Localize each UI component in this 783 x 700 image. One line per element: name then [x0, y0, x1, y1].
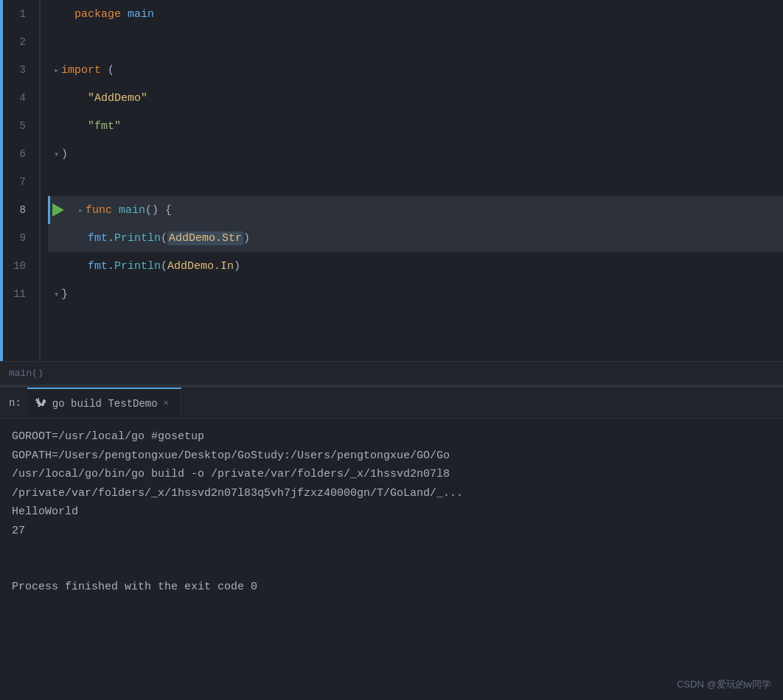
code-token: Println [114, 260, 161, 273]
code-token: func [86, 204, 112, 217]
line-number: 2 [0, 28, 32, 56]
line-number: 7 [0, 168, 32, 196]
terminal-line: HelloWorld [12, 503, 771, 522]
line-number: 4 [0, 84, 32, 112]
terminal-tab-bar: n: 🐿 go build TestDemo × [0, 388, 783, 419]
code-line: "AddDemo" [48, 84, 783, 112]
code-token: "AddDemo" [88, 92, 147, 105]
line-number: 8 [0, 196, 32, 224]
fold-icon[interactable]: ▾ [48, 148, 60, 160]
code-token: ) [234, 260, 240, 273]
code-token: . [108, 260, 114, 273]
editor-area: 1234567891011 package main ▸ import ( "A… [0, 0, 783, 361]
code-token [121, 8, 128, 21]
code-token: main [119, 204, 145, 217]
terminal-area: GOROOT=/usr/local/go #gosetupGOPATH=/Use… [0, 419, 783, 606]
code-token: "fmt" [88, 120, 121, 133]
terminal-line [12, 559, 771, 578]
code-token [48, 120, 88, 133]
run-triangle-icon [52, 203, 64, 217]
fold-icon[interactable]: ▾ [48, 288, 60, 300]
code-token [48, 8, 74, 21]
watermark: CSDN @爱玩的w同学 [677, 678, 771, 691]
code-line: "fmt" [48, 112, 783, 140]
line-number: 6 [0, 140, 32, 168]
gopher-icon: 🐿 [35, 396, 46, 410]
terminal-line: /usr/local/go/bin/go build -o /private/v… [12, 465, 771, 484]
breadcrumb: main() [0, 361, 783, 385]
code-line [48, 28, 783, 56]
code-token: import [61, 64, 101, 77]
code-token: Println [114, 232, 161, 245]
breadcrumb-text: main() [9, 368, 44, 379]
code-line: fmt.Println(AddDemo.Str) [48, 224, 783, 252]
code-token: ) [243, 232, 250, 245]
line-number: 1 [0, 0, 32, 28]
code-token [48, 260, 88, 273]
code-line: ▸ import ( [48, 56, 783, 84]
code-token: main [128, 8, 154, 21]
terminal-line: GOPATH=/Users/pengtongxue/Desktop/GoStud… [12, 447, 771, 466]
fold-icon[interactable]: ▸ [48, 64, 60, 76]
code-token: AddDemo.In [167, 260, 234, 273]
code-token: ( [161, 260, 167, 273]
code-token: . [108, 232, 114, 245]
terminal-line [12, 540, 771, 559]
code-line [48, 168, 783, 196]
terminal-line: 27 [12, 522, 771, 541]
code-token: () { [145, 204, 172, 217]
code-line: ▾ ) [48, 140, 783, 168]
run-button[interactable] [50, 202, 66, 218]
line-number: 10 [0, 252, 32, 280]
line-number: 9 [0, 224, 32, 252]
code-token: } [61, 288, 68, 301]
code-token [48, 232, 88, 245]
tab-label: go build TestDemo [52, 398, 158, 410]
tab-prefix: n: [0, 397, 27, 409]
tab-close-button[interactable]: × [164, 399, 169, 409]
code-token [48, 92, 88, 105]
code-line: package main [48, 0, 783, 28]
fold-icon[interactable]: ▸ [72, 204, 84, 216]
line-number: 11 [0, 280, 32, 308]
line-number: 3 [0, 56, 32, 84]
code-token: package [74, 8, 121, 21]
terminal-line: GOROOT=/usr/local/go #gosetup [12, 427, 771, 447]
code-token: fmt [88, 232, 108, 245]
code-token: ( [101, 64, 114, 77]
terminal-tab[interactable]: 🐿 go build TestDemo × [27, 388, 181, 418]
line-number: 5 [0, 112, 32, 140]
code-line: ▸ func main() { [48, 196, 783, 224]
code-token: ) [61, 148, 68, 161]
terminal-line: /private/var/folders/_x/1hssvd2n07l83q5v… [12, 484, 771, 503]
code-token: fmt [88, 260, 108, 273]
left-accent [0, 0, 3, 361]
code-lines: package main ▸ import ( "AddDemo" "fmt" … [41, 0, 783, 361]
highlighted-token: AddDemo.Str [167, 231, 243, 245]
line-numbers: 1234567891011 [0, 0, 41, 361]
code-token: ( [161, 232, 167, 245]
code-token [112, 204, 119, 217]
terminal-line: Process finished with the exit code 0 [12, 578, 771, 597]
code-line: ▾ } [48, 280, 783, 308]
code-line: fmt.Println(AddDemo.In) [48, 252, 783, 280]
